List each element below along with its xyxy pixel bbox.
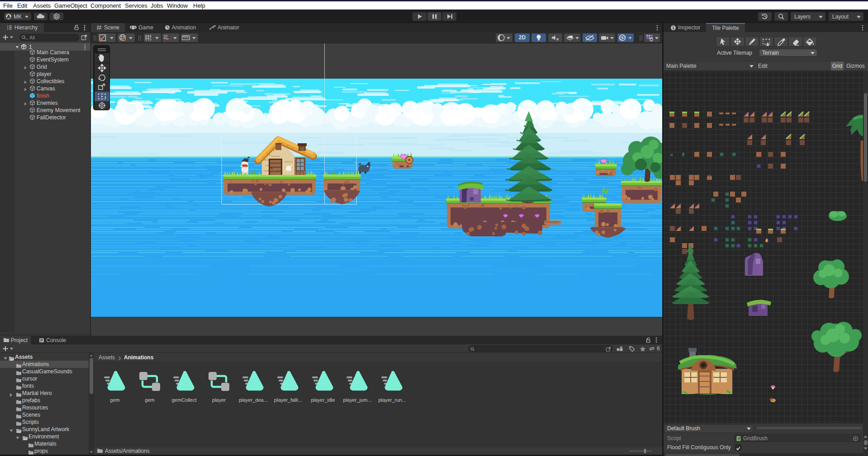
svg-text:Y: Y [149, 38, 152, 42]
svg-text:Layers: Layers [794, 14, 811, 20]
svg-text:MK: MK [14, 14, 22, 20]
svg-text:All: All [29, 34, 35, 40]
svg-text:Layout: Layout [832, 14, 849, 20]
